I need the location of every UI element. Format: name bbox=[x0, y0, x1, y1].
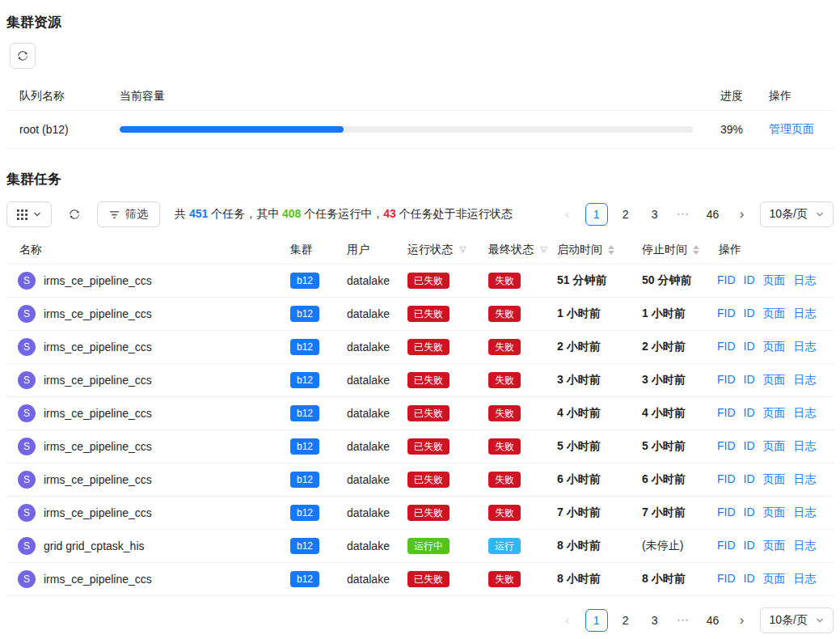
resources-refresh-button[interactable] bbox=[10, 43, 36, 69]
task-name: irms_ce_pipeline_ccs bbox=[44, 307, 152, 320]
run-status-badge: 已失败 bbox=[407, 372, 450, 388]
log-link[interactable]: 日志 bbox=[794, 406, 817, 421]
pagination-page[interactable]: 2 bbox=[614, 203, 637, 226]
page: 集群资源 队列名称 当前容量 进度 操作 root (b12) 39% 管理页面… bbox=[0, 0, 840, 633]
pagination-page[interactable]: 46 bbox=[702, 609, 724, 632]
col-run-status[interactable]: 运行状态 bbox=[401, 243, 482, 257]
id-link[interactable]: ID bbox=[744, 539, 755, 553]
table-row: S irms_ce_pipeline_ccs b12 datalake 已失败 … bbox=[6, 264, 834, 298]
log-link[interactable]: 日志 bbox=[794, 506, 817, 520]
filter-button[interactable]: 筛选 bbox=[97, 201, 160, 227]
summary-text: 个任务处于非运行状态 bbox=[396, 207, 513, 220]
column-settings-button[interactable] bbox=[6, 201, 52, 227]
page-link[interactable]: 页面 bbox=[763, 506, 786, 520]
pagination-next[interactable]: › bbox=[731, 203, 753, 226]
tasks-refresh-button[interactable] bbox=[61, 201, 87, 227]
stop-time: 1 小时前 bbox=[635, 307, 712, 321]
fid-link[interactable]: FID bbox=[717, 373, 736, 387]
page-link[interactable]: 页面 bbox=[763, 340, 786, 354]
pagination-page[interactable]: 2 bbox=[614, 609, 637, 632]
avatar: S bbox=[18, 471, 36, 489]
row-actions: FIDID页面日志 bbox=[712, 539, 834, 553]
fid-link[interactable]: FID bbox=[717, 439, 736, 454]
pagination-bottom: ‹123•••46›10条/页 bbox=[556, 607, 834, 633]
log-link[interactable]: 日志 bbox=[794, 439, 817, 454]
sort-carets-icon[interactable] bbox=[693, 245, 699, 255]
stop-time: 7 小时前 bbox=[635, 506, 712, 520]
page-link[interactable]: 页面 bbox=[763, 439, 786, 454]
summary-text: 个任务，其中 bbox=[208, 207, 282, 220]
table-row: S irms_ce_pipeline_ccs b12 datalake 已失败 … bbox=[6, 563, 834, 596]
fid-link[interactable]: FID bbox=[717, 472, 736, 487]
fid-link[interactable]: FID bbox=[717, 506, 736, 520]
page-size-select[interactable]: 10条/页 bbox=[760, 607, 834, 633]
id-link[interactable]: ID bbox=[744, 340, 755, 354]
id-link[interactable]: ID bbox=[744, 439, 755, 454]
pagination-page[interactable]: 3 bbox=[644, 609, 666, 632]
start-time: 6 小时前 bbox=[551, 472, 635, 487]
pagination-page[interactable]: 46 bbox=[702, 203, 724, 226]
id-link[interactable]: ID bbox=[744, 472, 755, 487]
page-link[interactable]: 页面 bbox=[763, 539, 786, 553]
log-link[interactable]: 日志 bbox=[794, 472, 817, 487]
stop-time: 50 分钟前 bbox=[635, 273, 712, 288]
fid-link[interactable]: FID bbox=[717, 572, 736, 586]
filter-funnel-icon[interactable] bbox=[458, 245, 467, 254]
row-actions: FIDID页面日志 bbox=[712, 406, 834, 421]
pagination-page-current[interactable]: 1 bbox=[585, 609, 608, 632]
id-link[interactable]: ID bbox=[744, 273, 755, 288]
col-label: 名称 bbox=[19, 243, 42, 257]
stop-time: (未停止) bbox=[635, 539, 712, 553]
bottom-pagination-bar: ‹123•••46›10条/页 bbox=[6, 607, 834, 633]
run-status-badge: 已失败 bbox=[407, 273, 450, 289]
pagination-next[interactable]: › bbox=[731, 609, 753, 632]
col-final-status[interactable]: 最终状态 bbox=[482, 243, 551, 257]
manage-page-link[interactable]: 管理页面 bbox=[769, 122, 814, 135]
page-link[interactable]: 页面 bbox=[763, 307, 786, 321]
grid-icon bbox=[17, 209, 27, 220]
filter-funnel-icon[interactable] bbox=[539, 245, 548, 254]
final-status-badge: 失败 bbox=[488, 372, 521, 388]
task-user: datalake bbox=[340, 573, 401, 586]
final-status-badge: 失败 bbox=[488, 306, 521, 322]
col-name: 名称 bbox=[6, 243, 284, 257]
avatar: S bbox=[18, 371, 36, 389]
page-link[interactable]: 页面 bbox=[763, 373, 786, 387]
resources-table: 队列名称 当前容量 进度 操作 root (b12) 39% 管理页面 bbox=[6, 82, 834, 149]
pagination-page[interactable]: 3 bbox=[644, 203, 666, 226]
page-link[interactable]: 页面 bbox=[763, 406, 786, 421]
page-size-select[interactable]: 10条/页 bbox=[760, 201, 834, 227]
log-link[interactable]: 日志 bbox=[794, 539, 817, 553]
pagination-page-current[interactable]: 1 bbox=[585, 203, 608, 226]
avatar: S bbox=[18, 404, 36, 422]
start-time: 3 小时前 bbox=[551, 373, 635, 387]
fid-link[interactable]: FID bbox=[717, 307, 736, 321]
avatar: S bbox=[18, 570, 36, 588]
page-link[interactable]: 页面 bbox=[763, 273, 786, 288]
log-link[interactable]: 日志 bbox=[794, 307, 817, 321]
id-link[interactable]: ID bbox=[744, 572, 755, 586]
fid-link[interactable]: FID bbox=[717, 539, 736, 553]
sort-carets-icon[interactable] bbox=[608, 245, 614, 255]
log-link[interactable]: 日志 bbox=[794, 273, 817, 288]
id-link[interactable]: ID bbox=[744, 406, 755, 421]
col-start-time[interactable]: 启动时间 bbox=[551, 243, 635, 257]
run-status-badge: 已失败 bbox=[407, 472, 450, 488]
id-link[interactable]: ID bbox=[744, 307, 755, 321]
fid-link[interactable]: FID bbox=[717, 273, 736, 288]
col-stop-time[interactable]: 停止时间 bbox=[635, 243, 712, 257]
run-status-badge: 运行中 bbox=[407, 538, 450, 554]
chevron-down-icon bbox=[816, 616, 824, 624]
log-link[interactable]: 日志 bbox=[794, 373, 817, 387]
id-link[interactable]: ID bbox=[744, 506, 755, 520]
fid-link[interactable]: FID bbox=[717, 340, 736, 354]
fid-link[interactable]: FID bbox=[717, 406, 736, 421]
log-link[interactable]: 日志 bbox=[794, 572, 817, 586]
table-row: S irms_ce_pipeline_ccs b12 datalake 已失败 … bbox=[6, 397, 834, 430]
page-link[interactable]: 页面 bbox=[763, 472, 786, 487]
page-link[interactable]: 页面 bbox=[763, 572, 786, 586]
refresh-icon bbox=[17, 50, 28, 61]
task-name: irms_ce_pipeline_ccs bbox=[44, 506, 152, 519]
log-link[interactable]: 日志 bbox=[794, 340, 817, 354]
id-link[interactable]: ID bbox=[744, 373, 755, 387]
